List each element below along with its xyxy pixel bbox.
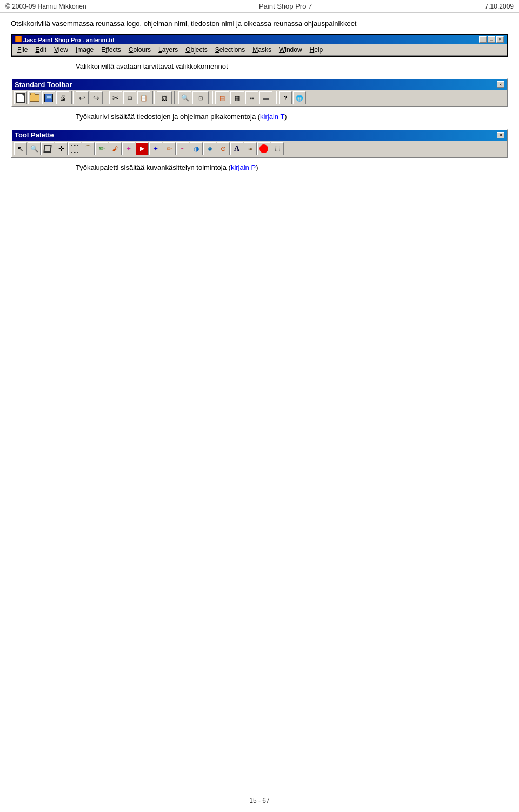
arrow-tool-icon: ↖ (17, 144, 24, 153)
paintbrush-tool-button[interactable]: 🖌 (109, 142, 122, 155)
palette-close-button[interactable]: × (497, 132, 504, 138)
menu-effects[interactable]: Effects (98, 45, 124, 54)
rect-select-button[interactable] (68, 142, 81, 155)
dodge-burn-button[interactable]: ◑ (190, 142, 203, 155)
menu-help[interactable]: Help (307, 45, 327, 54)
web-icon: 🌐 (296, 95, 303, 102)
menu-layers[interactable]: Layers (155, 45, 181, 54)
toolbar-controls: × (497, 81, 504, 88)
toolbar-desc-text: Työkalurivi sisältää tiedostojen ja ohje… (76, 113, 260, 121)
freehand-select-icon: ⌒ (85, 144, 91, 153)
eraser-tool-button[interactable]: ✏ (163, 142, 176, 155)
sharpen-blur-button[interactable]: ◈ (203, 142, 216, 155)
help-button[interactable]: ? (279, 91, 292, 104)
copy-icon: ⧉ (128, 94, 132, 102)
standard-toolbar-titlebar: Standard Toolbar × (12, 79, 507, 90)
magnify-tool-button[interactable]: 🔍 (28, 142, 41, 155)
window-controls: _ □ × (479, 36, 504, 43)
freehand-select-button[interactable]: ⌒ (82, 142, 95, 155)
text-tool-button[interactable]: A (230, 142, 243, 155)
last-palette-icon: ⬚ (275, 145, 280, 152)
eraser-tool-icon: ✏ (167, 145, 172, 153)
toolbar-description: Työkalurivi sisältää tiedostojen ja ohje… (76, 111, 508, 122)
standard-toolbar-title: Standard Toolbar (15, 81, 72, 89)
magic-wand-icon: ✦ (153, 145, 158, 153)
deform-tool-button[interactable] (41, 142, 54, 155)
tool-palette-titlebar: Tool Palette × (12, 130, 507, 141)
cut-icon: ✂ (112, 94, 119, 102)
foreground-color-button[interactable] (257, 142, 270, 155)
app-title-text: Paint Shop Pro 7 (259, 2, 312, 10)
zoom-level-button[interactable]: ⊡ (192, 91, 209, 104)
close-button[interactable]: × (496, 36, 504, 43)
menubar: File Edit View Image Effects Colours Lay… (12, 44, 507, 56)
clone-brush-button[interactable]: ⊙ (217, 142, 230, 155)
move-tool-icon: ✛ (58, 144, 64, 153)
toolbar-separator-3 (152, 91, 155, 104)
undo-button[interactable]: ↩ (76, 91, 89, 104)
text-tool-icon: A (234, 144, 239, 153)
open-button[interactable] (28, 91, 41, 104)
airbrush-tool-icon: ✦ (126, 145, 131, 153)
tool-palette-buttons: ↖ 🔍 ✛ ⌒ (12, 141, 507, 157)
save-button[interactable] (42, 91, 55, 104)
menu-window[interactable]: Window (276, 45, 305, 54)
menu-masks[interactable]: Masks (249, 45, 275, 54)
toggle-toolbar2-icon: ▬ (263, 95, 269, 101)
arrow-tool-button[interactable]: ↖ (14, 142, 27, 155)
copy-button[interactable]: ⧉ (123, 91, 136, 104)
print-button[interactable]: 🖨 (56, 91, 69, 104)
overview-button[interactable]: ▦ (230, 91, 244, 104)
maximize-button[interactable]: □ (488, 36, 495, 43)
menu-image[interactable]: Image (72, 45, 97, 54)
toolbar-close-button[interactable]: × (497, 81, 504, 88)
menu-selections[interactable]: Selections (212, 45, 248, 54)
retouch-tool-button[interactable]: ≈ (244, 142, 257, 155)
redo-button[interactable]: ↪ (90, 91, 103, 104)
print-icon: 🖨 (59, 94, 66, 102)
page-header: © 2003-09 Hannu Mikkonen Paint Shop Pro … (0, 0, 519, 13)
toolbar-separator-5 (211, 91, 213, 104)
menu-colours[interactable]: Colours (125, 45, 154, 54)
sharpen-blur-icon: ◈ (208, 145, 212, 153)
palette-controls: × (497, 132, 504, 138)
histogram-button[interactable]: ▤ (215, 91, 229, 104)
pencil-tool-button[interactable]: ✏ (95, 142, 108, 155)
new-button[interactable] (14, 91, 27, 104)
rect-select-icon (71, 145, 78, 153)
cut-button[interactable]: ✂ (109, 91, 122, 104)
standard-toolbar-frame: Standard Toolbar × (11, 78, 508, 107)
menu-file[interactable]: File (14, 45, 31, 54)
paste-button[interactable]: 📋 (137, 91, 150, 104)
redo-icon: ↪ (93, 94, 99, 102)
palette-desc-text: Työkalupaletti sisältää kuvankäsittelyn … (76, 163, 231, 171)
foreground-color-icon (260, 144, 268, 153)
browse-button[interactable]: 🖼 (157, 91, 172, 104)
palette-desc-end: ) (256, 163, 258, 171)
toolbar-separator-4 (174, 91, 176, 104)
menu-objects[interactable]: Objects (182, 45, 211, 54)
airbrush-tool-button[interactable]: ✦ (122, 142, 135, 155)
magic-wand-button[interactable]: ✦ (149, 142, 162, 155)
toggle-toolbar2-button[interactable]: ▬ (260, 91, 272, 104)
zoom-button[interactable]: 🔍 (178, 91, 191, 104)
menu-view[interactable]: View (51, 45, 71, 54)
toggle-toolbar1-button[interactable]: ▪▪ (245, 91, 258, 104)
menubar-description: Valikkoriviltä avataan tarvittavat valik… (76, 61, 508, 72)
minimize-button[interactable]: _ (479, 36, 487, 43)
app-icon (15, 36, 22, 42)
paint-shop-window: Jasc Paint Shop Pro - antenni.tif _ □ × … (11, 34, 508, 57)
window-description: Otsikkorivillä vasemmassa reunassa logo,… (11, 18, 508, 29)
open-icon (30, 94, 39, 102)
move-tool-button[interactable]: ✛ (55, 142, 68, 155)
palette-description: Työkalupaletti sisältää kuvankäsittelyn … (76, 162, 508, 173)
menu-edit[interactable]: Edit (32, 45, 50, 54)
smudge-tool-button[interactable]: ~ (176, 142, 189, 155)
page-number: 15 - 67 (249, 797, 269, 804)
floodfill-tool-button[interactable]: ▶ (136, 142, 149, 155)
last-palette-button[interactable]: ⬚ (271, 142, 284, 155)
web-button[interactable]: 🌐 (293, 91, 306, 104)
toolbar-desc-highlight: kirjain T (260, 113, 284, 121)
smudge-tool-icon: ~ (181, 145, 184, 153)
floodfill-tool-icon: ▶ (140, 145, 144, 152)
